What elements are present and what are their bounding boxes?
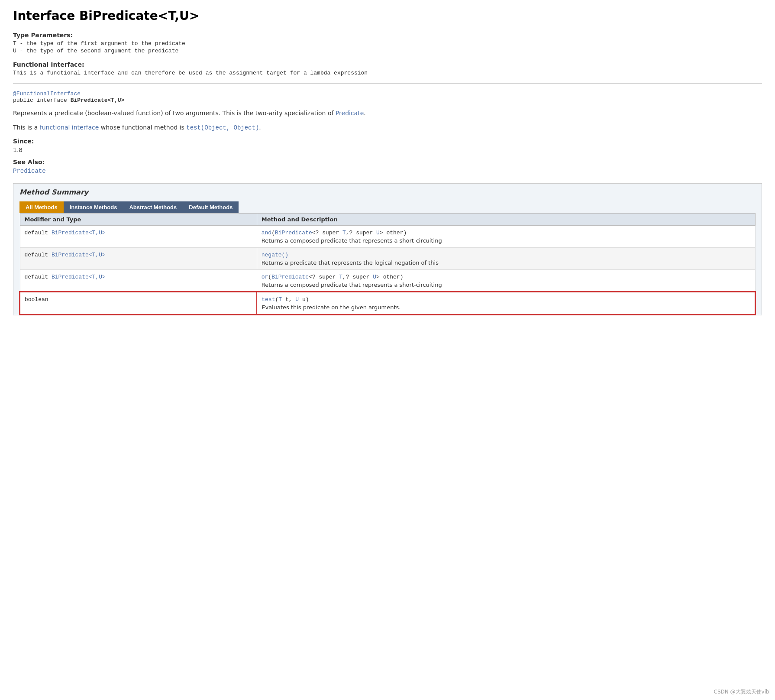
- interface-declaration-block: @FunctionalInterface public interface Bi…: [13, 91, 762, 104]
- functional-interface-link[interactable]: functional interface: [40, 124, 99, 131]
- since-label: Since:: [13, 138, 762, 145]
- method-summary-section: Method Summary All Methods Instance Meth…: [13, 183, 762, 315]
- see-also-label: See Also:: [13, 159, 762, 165]
- description-paragraph-2: This is a functional interface whose fun…: [13, 123, 762, 133]
- tab-instance-methods[interactable]: Instance Methods: [64, 201, 123, 213]
- method-modifier: default BiPredicate<T,U>: [20, 270, 257, 292]
- or-method-link[interactable]: or: [262, 274, 268, 280]
- since-section: Since: 1.8: [13, 138, 762, 153]
- method-summary-title: Method Summary: [19, 188, 756, 196]
- predicate-link[interactable]: Predicate: [336, 110, 364, 117]
- test-method-link[interactable]: test(Object, Object): [186, 124, 259, 131]
- method-description: negate()Returns a predicate that represe…: [257, 248, 755, 270]
- desc2-prefix: This is a: [13, 124, 40, 131]
- tab-all-methods[interactable]: All Methods: [19, 201, 64, 213]
- method-modifier: default BiPredicate<T,U>: [20, 248, 257, 270]
- since-value: 1.8: [13, 146, 762, 153]
- see-also-section: See Also: Predicate: [13, 159, 762, 175]
- description-paragraph-1: Represents a predicate (boolean-valued f…: [13, 109, 762, 118]
- col-modifier-type: Modifier and Type: [20, 214, 257, 226]
- table-row: default BiPredicate<T,U>negate()Returns …: [20, 248, 755, 270]
- interface-decl-name: BiPredicate<T,U>: [71, 97, 125, 104]
- functional-interface-section: Functional Interface: This is a function…: [13, 61, 762, 76]
- desc1-text: Represents a predicate (boolean-valued f…: [13, 110, 336, 117]
- type-param-t: T - the type of the first argument to th…: [13, 40, 762, 47]
- table-row: default BiPredicate<T,U>and(BiPredicate<…: [20, 226, 755, 248]
- table-row: default BiPredicate<T,U>or(BiPredicate<?…: [20, 270, 755, 292]
- type-params-section: Type Parameters: T - the type of the fir…: [13, 32, 762, 54]
- type-param-u: U - the type of the second argument the …: [13, 48, 762, 54]
- divider: [13, 83, 762, 84]
- method-description: test(T t, U u)Evaluates this predicate o…: [257, 292, 755, 314]
- method-description: or(BiPredicate<? super T,? super U> othe…: [257, 270, 755, 292]
- table-row: booleantest(T t, U u)Evaluates this pred…: [20, 292, 755, 314]
- type-params-label: Type Parameters:: [13, 32, 762, 39]
- method-desc-text: Returns a composed predicate that repres…: [262, 237, 751, 244]
- annotation: @FunctionalInterface: [13, 91, 762, 97]
- method-desc-text: Returns a predicate that represents the …: [262, 259, 751, 266]
- modifier-type-link[interactable]: BiPredicate<T,U>: [52, 274, 106, 280]
- method-table: Modifier and Type Method and Description…: [19, 213, 756, 315]
- description-block: Represents a predicate (boolean-valued f…: [13, 109, 762, 133]
- modifier-type-link[interactable]: BiPredicate<T,U>: [52, 230, 106, 236]
- and-method-link[interactable]: and: [262, 230, 271, 236]
- desc1-suffix: .: [364, 110, 365, 117]
- interface-decl: public interface BiPredicate<T,U>: [13, 97, 762, 104]
- method-desc-text: Returns a composed predicate that repres…: [262, 282, 751, 288]
- table-header-row: Modifier and Type Method and Description: [20, 214, 755, 226]
- desc2-suffix: .: [259, 124, 261, 131]
- modifier-type-link[interactable]: BiPredicate<T,U>: [52, 252, 106, 258]
- tab-abstract-methods[interactable]: Abstract Methods: [123, 201, 183, 213]
- functional-interface-desc: This is a functional interface and can t…: [13, 70, 762, 76]
- method-tabs: All Methods Instance Methods Abstract Me…: [19, 201, 756, 213]
- functional-interface-label: Functional Interface:: [13, 61, 762, 68]
- method-modifier: default BiPredicate<T,U>: [20, 226, 257, 248]
- method-modifier: boolean: [20, 292, 257, 314]
- test-method-sig-link[interactable]: test: [262, 296, 275, 303]
- method-desc-text: Evaluates this predicate on the given ar…: [262, 304, 750, 311]
- col-method-description: Method and Description: [257, 214, 755, 226]
- see-also-predicate-link[interactable]: Predicate: [13, 168, 46, 175]
- method-description: and(BiPredicate<? super T,? super U> oth…: [257, 226, 755, 248]
- interface-decl-prefix: public interface: [13, 97, 71, 104]
- tab-default-methods[interactable]: Default Methods: [183, 201, 239, 213]
- page-title: Interface BiPredicate<T,U>: [13, 9, 762, 23]
- desc2-middle: whose functional method is: [99, 124, 186, 131]
- negate-method-link[interactable]: negate(): [262, 252, 288, 258]
